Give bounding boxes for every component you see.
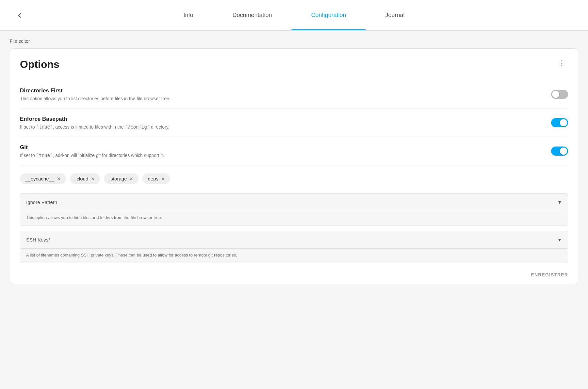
- tab-configuration[interactable]: Configuration: [291, 0, 366, 30]
- option-name: Directories First: [20, 87, 171, 94]
- tab-documentation[interactable]: Documentation: [213, 0, 291, 30]
- tags-area: __pycache__ ✕ .cloud ✕ .storage ✕ deps ✕: [20, 165, 568, 191]
- option-info: Directories First This option allows you…: [20, 87, 171, 101]
- tag-storage: .storage ✕: [104, 173, 139, 184]
- ignore-pattern-label: Ignore Pattern: [26, 199, 57, 205]
- toggle-directories-first[interactable]: [551, 90, 568, 99]
- ignore-pattern-arrow-icon: ▼: [557, 200, 562, 205]
- tag-close-cloud[interactable]: ✕: [91, 177, 95, 181]
- ignore-pattern-dropdown[interactable]: Ignore Pattern ▼: [20, 194, 568, 211]
- ssh-keys-description: A list of filenames containing SSH priva…: [20, 248, 568, 263]
- option-info-git: Git If set to `true`, add-on will initia…: [20, 144, 164, 158]
- tag-close-pycache[interactable]: ✕: [57, 177, 61, 181]
- options-card: Options ⋮ Directories First This option …: [10, 48, 578, 284]
- tab-journal[interactable]: Journal: [366, 0, 424, 30]
- page-content: File editor Options ⋮ Directories First …: [0, 31, 588, 294]
- section-label: File editor: [10, 39, 578, 44]
- tag-close-deps[interactable]: ✕: [161, 177, 165, 181]
- card-title: Options: [20, 58, 59, 70]
- option-desc-enforce-basepath: If set to `true`, access is limited to f…: [20, 124, 170, 130]
- more-options-button[interactable]: ⋮: [556, 58, 568, 68]
- toggle-git[interactable]: [551, 147, 568, 156]
- ignore-pattern-description: This option allows you to hide files and…: [20, 211, 568, 225]
- tag-label-deps: deps: [148, 176, 158, 181]
- option-row-enforce-basepath: Enforce Basepath If set to `true`, acces…: [20, 109, 568, 137]
- ignore-pattern-section: Ignore Pattern ▼ This option allows you …: [20, 193, 568, 226]
- tab-info[interactable]: directories-first Info: [164, 0, 213, 30]
- option-info-enforce-basepath: Enforce Basepath If set to `true`, acces…: [20, 116, 170, 130]
- ssh-keys-dropdown[interactable]: SSH Keys* ▼: [20, 231, 568, 248]
- ssh-keys-section: SSH Keys* ▼ A list of filenames containi…: [20, 231, 568, 263]
- back-button[interactable]: [13, 9, 26, 22]
- tag-close-storage[interactable]: ✕: [129, 177, 133, 181]
- option-name-enforce-basepath: Enforce Basepath: [20, 116, 170, 122]
- option-desc: This option allows you to list directori…: [20, 96, 171, 101]
- toggle-slider-enforce-basepath: [551, 118, 568, 127]
- option-row-directories-first: Directories First This option allows you…: [20, 80, 568, 109]
- tag-label-storage: .storage: [109, 176, 127, 181]
- toggle-slider: [551, 90, 568, 99]
- option-desc-git: If set to `true`, add-on will initialize…: [20, 153, 164, 158]
- tag-label-pycache: __pycache__: [25, 176, 54, 181]
- card-header: Options ⋮: [20, 58, 568, 70]
- tag-cloud: .cloud ✕: [70, 173, 100, 184]
- card-footer: ENREGISTRER: [20, 266, 568, 284]
- nav-tabs: directories-first Info Documentation Con…: [164, 0, 424, 30]
- option-row-git: Git If set to `true`, add-on will initia…: [20, 137, 568, 165]
- toggle-slider-git: [551, 147, 568, 156]
- ssh-keys-label: SSH Keys*: [26, 237, 50, 242]
- option-name-git: Git: [20, 144, 164, 151]
- toggle-enforce-basepath[interactable]: [551, 118, 568, 127]
- tag-label-cloud: .cloud: [75, 176, 88, 181]
- save-button[interactable]: ENREGISTRER: [531, 272, 568, 277]
- header: directories-first Info Documentation Con…: [0, 0, 588, 31]
- tag-pycache: __pycache__ ✕: [20, 173, 66, 184]
- tag-deps: deps ✕: [142, 173, 170, 184]
- ssh-keys-arrow-icon: ▼: [557, 237, 562, 242]
